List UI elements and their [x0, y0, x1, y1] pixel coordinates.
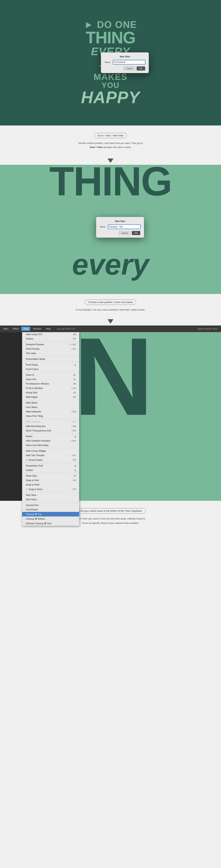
dialog-cancel-2[interactable]: Cancel	[119, 231, 131, 235]
menu-item-full-artwork[interactable]: Full Artwork	[22, 507, 79, 512]
menu-item-hide-template[interactable]: Hide Template ⇧⌘W	[22, 420, 79, 424]
menu-item-extreme-closeup[interactable]: Extreme Closeup ⌘ One	[22, 521, 79, 526]
instruction-text-1: Set the custom position, and zoom that y…	[55, 141, 166, 149]
dialog-buttons-2: Cancel OK	[100, 231, 140, 235]
menu-item-hide-edges[interactable]: Hide Edges ⌘H	[22, 395, 79, 399]
instruction-section-1: Go to › View › New View Set the custom p…	[0, 125, 221, 157]
instruction-badge-1: Go to › View › New View	[94, 133, 127, 138]
arrow-down-1	[108, 158, 113, 163]
menu-item-snap-pixel[interactable]: Snap to Pixel	[22, 483, 79, 487]
menu-item-hide-artboards[interactable]: Hide Artboards ⇧⌘H	[22, 409, 79, 414]
menu-bar-view[interactable]: View	[22, 327, 30, 331]
menu-item-snap-point[interactable]: ✓ Snap to Point ⌥⌘'	[22, 487, 79, 492]
menu-item-pixel[interactable]: Pixel Preview ⌥⌘Y	[22, 347, 79, 351]
menu-item-hide-gradient[interactable]: Hide Gradient Annotator ⌥⌘G	[22, 439, 79, 443]
arrow-down-2	[108, 319, 113, 324]
menu-item-guides[interactable]: Guides ▶	[22, 468, 79, 472]
menu-item-snap-grid[interactable]: Snap to Grid ⇧⌘'	[22, 478, 79, 483]
menu-item-view-cpu[interactable]: View using CPU ⌘E	[22, 332, 79, 337]
menu-right-artwork: N	[79, 332, 221, 501]
menu-item-overprint[interactable]: Overprint Preview ⌥⇧⌘Y	[22, 342, 79, 347]
menu-item-zoom-in[interactable]: Zoom In ⌘+	[22, 373, 79, 377]
menu-item-hide-text-threads[interactable]: Hide Text Threads ⇧⌘Y	[22, 453, 79, 458]
menu-item-new-view[interactable]: New View...	[22, 493, 79, 497]
sep-6	[22, 419, 79, 419]
big-letter-n: N	[79, 332, 153, 432]
menu-item-show-print[interactable]: Show Print Tiling	[22, 414, 79, 418]
dialog-label-1: Name:	[105, 61, 112, 63]
menu-item-edit-views[interactable]: Edit Views...	[22, 497, 79, 502]
arrow-1	[0, 157, 221, 165]
sep-7	[22, 433, 79, 434]
ai-title: Adobe Illustrator 2019	[197, 328, 217, 330]
new-view-dialog-2[interactable]: New View Name: Cancel OK	[96, 217, 144, 238]
view-dropdown-menu: View using CPU ⌘E Outline ⌘Y Overprint P…	[22, 332, 79, 526]
menu-item-closeup-bottom[interactable]: Closeup ⌘ Bottom	[22, 517, 79, 521]
menu-bar-effect[interactable]: Effect	[11, 327, 21, 331]
doc-info: ppy.ai @ 300% (CM	[57, 328, 75, 330]
artwork2-every-text: every	[72, 250, 149, 279]
artwork-section-1: ► DO ONE THING every day that makes you …	[0, 0, 221, 125]
sep-9	[22, 463, 79, 463]
menu-item-zoom-out[interactable]: Zoom Out ⌘-	[22, 377, 79, 381]
menu-item-perspective-grid[interactable]: Perspective Grid ▶	[22, 464, 79, 468]
menu-item-smart-guides[interactable]: ✓ Smart Guides ⌘U	[22, 458, 79, 462]
artwork-section-2: THING every New View Name: Cancel OK	[0, 165, 221, 294]
menu-item-show-grid[interactable]: Show Grid ⌘'	[22, 474, 79, 478]
menu-item-hide-corner[interactable]: Hide Corner Widget	[22, 449, 79, 453]
dialog-title-2: New View	[100, 220, 140, 222]
menu-item-lock-slices[interactable]: Lock Slices	[22, 405, 79, 409]
instruction-badge-2: Choose a new position / zoom and repeat	[85, 300, 136, 305]
menu-item-zoomed-out[interactable]: Zoomed Out	[22, 503, 79, 507]
dialog-ok-1[interactable]: OK	[137, 66, 145, 70]
artwork2-thing-text: THING	[49, 165, 172, 202]
menu-section: elect Effect View Window Help ppy.ai @ 3…	[0, 326, 221, 501]
menu-item-fit-artboard[interactable]: Fit Artboard in Window ⌘0	[22, 381, 79, 386]
new-view-dialog-1[interactable]: New View Name: Cancel OK	[101, 53, 149, 73]
dialog-field-2: Name:	[100, 225, 140, 229]
dialog-name-input-2[interactable]	[108, 225, 140, 229]
dialog-label-2: Name:	[100, 226, 107, 228]
menu-bar-window[interactable]: Window	[31, 327, 43, 331]
sep-4	[22, 372, 79, 372]
instruction-section-2: Choose a new position / zoom and repeat …	[0, 294, 221, 317]
menu-item-closeup-top[interactable]: Closeup ⌘ Top	[22, 512, 79, 517]
bottom-badge: Find your saved views at the bottom of t…	[75, 508, 146, 514]
dialog-name-input-1[interactable]	[113, 60, 145, 64]
menu-item-proof-colors[interactable]: Proof Colors	[22, 367, 79, 371]
menu-item-show-live-paint[interactable]: Show Live Paint Gaps	[22, 443, 79, 447]
dialog-buttons-1: Cancel OK	[105, 66, 145, 70]
dialog-ok-2[interactable]: OK	[132, 231, 140, 235]
menu-bar: elect Effect View Window Help ppy.ai @ 3…	[0, 326, 221, 332]
menu-item-outline[interactable]: Outline ⌘Y	[22, 337, 79, 341]
menu-item-actual-size[interactable]: Actual Size ⌘1	[22, 391, 79, 395]
instruction-text-2: In my example, I've set a new zoomed in …	[55, 308, 166, 312]
arrow-2	[0, 317, 221, 326]
dialog-field-1: Name:	[105, 60, 145, 64]
menu-item-presentation[interactable]: Presentation Mode	[22, 357, 79, 361]
menu-item-hide-slices[interactable]: Hide Slices	[22, 401, 79, 405]
menu-item-rulers[interactable]: Rulers ▶	[22, 434, 79, 439]
menu-item-trim[interactable]: Trim View	[22, 351, 79, 355]
menu-item-show-transparency[interactable]: Show Transparency Grid ⇧⌘D	[22, 429, 79, 433]
menu-bar-help[interactable]: Help	[44, 327, 53, 331]
menu-item-hide-bbox[interactable]: Hide Bounding Box ⇧⌘B	[22, 424, 79, 429]
dialog-title-1: New View	[105, 55, 145, 58]
menu-item-proof-setup[interactable]: Proof Setup ▶	[22, 363, 79, 367]
menu-item-fit-all[interactable]: Fit All in Window ⌥⌘0	[22, 386, 79, 391]
dialog-cancel-1[interactable]: Cancel	[123, 66, 135, 70]
menu-bar-elect[interactable]: elect	[1, 327, 10, 331]
